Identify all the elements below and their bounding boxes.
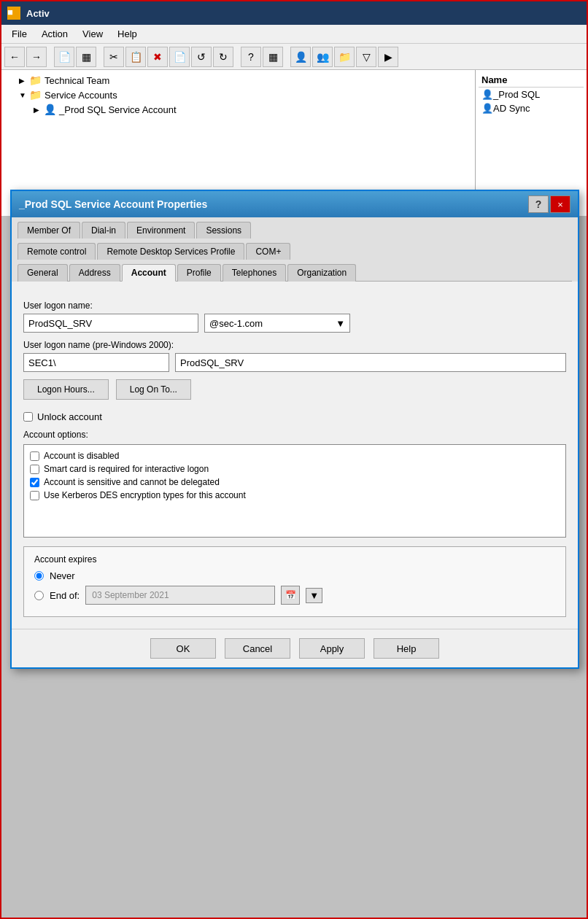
log-on-to-button[interactable]: Log On To... — [116, 379, 191, 400]
pre2000-row — [23, 353, 566, 372]
tab-row-3: General Address Account Profile Telephon… — [18, 260, 572, 282]
user-icon-prod-sql: 👤 — [44, 104, 56, 115]
domain-value: @sec-1.com — [209, 318, 263, 329]
expand-service-accounts[interactable]: ▼ — [19, 91, 29, 99]
tab-general[interactable]: General — [18, 264, 68, 282]
tree-item-label: Technical Team — [45, 75, 109, 86]
unlock-account-checkbox[interactable] — [23, 412, 33, 422]
domain-arrow: ▼ — [336, 318, 345, 329]
logon-name-input[interactable] — [23, 314, 198, 333]
app-icon: ■ — [7, 7, 20, 20]
help-footer-button[interactable]: Help — [374, 638, 439, 659]
tab-remote-control[interactable]: Remote control — [18, 243, 96, 260]
unlock-account-label[interactable]: Unlock account — [23, 411, 102, 422]
option-item-disabled[interactable]: Account is disabled — [30, 449, 560, 462]
calendar-arrow[interactable]: ▼ — [306, 588, 322, 603]
option-item-smartcard[interactable]: Smart card is required for interactive l… — [30, 462, 560, 476]
option-item-kerberos[interactable]: Use Kerberos DES encryption types for th… — [30, 489, 560, 502]
apply-button[interactable]: Apply — [299, 638, 365, 659]
account-expires-box: Account expires Never End of: 📅 ▼ — [23, 546, 566, 617]
ok-button[interactable]: OK — [150, 638, 216, 659]
export-button[interactable]: ↻ — [213, 47, 233, 67]
dialog-title: _Prod SQL Service Account Properties — [19, 198, 527, 210]
refresh-button[interactable]: ↺ — [191, 47, 212, 67]
copy-button[interactable]: 📋 — [125, 47, 146, 67]
back-button[interactable]: ← — [4, 47, 25, 67]
never-row: Never — [34, 570, 555, 581]
calendar-button[interactable]: 📅 — [281, 586, 300, 605]
end-of-row: End of: 📅 ▼ — [34, 586, 555, 605]
pre2000-prefix-input[interactable] — [23, 353, 169, 372]
show-hide-button[interactable]: ▦ — [76, 47, 96, 67]
account-options-box[interactable]: Account is disabled Smart card is requir… — [23, 444, 566, 538]
expand-prod-sql[interactable]: ▶ — [34, 106, 44, 114]
opt-kerberos-checkbox[interactable] — [30, 491, 39, 500]
tab-row-1: Member Of Dial-in Environment Sessions — [18, 217, 572, 239]
forward-button[interactable]: → — [26, 47, 47, 67]
end-of-label: End of: — [50, 590, 80, 601]
help-toolbar-button[interactable]: ? — [241, 47, 261, 67]
domain-dropdown[interactable]: @sec-1.com ▼ — [204, 314, 350, 333]
properties-button[interactable]: 📄 — [169, 47, 190, 67]
tree-item-label-sa: Service Accounts — [45, 90, 117, 101]
new-user-button[interactable]: 👤 — [290, 47, 311, 67]
opt-sensitive-checkbox[interactable] — [30, 478, 39, 487]
menu-help[interactable]: Help — [110, 27, 144, 41]
tree-item-prod-sql[interactable]: ▶ 👤 _Prod SQL Service Account — [1, 102, 475, 117]
delegate-button[interactable]: ▦ — [263, 47, 283, 67]
tab-com-plus[interactable]: COM+ — [246, 243, 290, 260]
never-radio[interactable] — [34, 571, 44, 581]
tab-profile[interactable]: Profile — [177, 264, 221, 282]
toolbar: ← → 📄 ▦ ✂ 📋 ✖ 📄 ↺ ↻ ? ▦ 👤 👥 📁 ▽ ▶ — [1, 44, 587, 70]
menu-view[interactable]: View — [75, 27, 110, 41]
tab-telephones[interactable]: Telephones — [223, 264, 286, 282]
menu-file[interactable]: File — [4, 27, 34, 41]
tab-rdsp[interactable]: Remote Desktop Services Profile — [97, 243, 244, 260]
right-panel-icon-2: 👤 — [481, 103, 493, 114]
right-panel-item-prod-sql[interactable]: 👤 _Prod SQL — [479, 88, 584, 101]
tab-sessions[interactable]: Sessions — [196, 222, 251, 239]
expand-technical-team[interactable]: ▶ — [19, 77, 29, 85]
cut-button[interactable]: ✂ — [104, 47, 124, 67]
tab-organization[interactable]: Organization — [287, 264, 356, 282]
logon-name-row: @sec-1.com ▼ — [23, 314, 566, 333]
logon-buttons: Logon Hours... Log On To... — [23, 379, 566, 400]
right-panel-item-adsync[interactable]: 👤 AD Sync — [479, 101, 584, 115]
option-item-sensitive[interactable]: Account is sensitive and cannot be deleg… — [30, 476, 560, 489]
menu-bar: File Action View Help — [1, 25, 587, 44]
tab-dial-in[interactable]: Dial-in — [82, 222, 125, 239]
tree-item-service-accounts[interactable]: ▼ 📁 Service Accounts — [1, 88, 475, 102]
app-title: Activ — [26, 8, 50, 19]
opt-disabled-label: Account is disabled — [44, 451, 119, 461]
unlock-account-text: Unlock account — [37, 411, 102, 422]
menu-action[interactable]: Action — [34, 27, 75, 41]
new-group-button[interactable]: 👥 — [312, 47, 333, 67]
never-label: Never — [50, 570, 75, 581]
up-button[interactable]: 📄 — [54, 47, 74, 67]
right-panel-label-1: _Prod SQL — [493, 89, 540, 100]
opt-disabled-checkbox[interactable] — [30, 451, 39, 461]
tree-item-technical-team[interactable]: ▶ 📁 Technical Team — [1, 73, 475, 88]
dialog-help-button[interactable]: ? — [528, 195, 549, 213]
dialog-footer: OK Cancel Apply Help — [12, 629, 578, 667]
logon-hours-button[interactable]: Logon Hours... — [23, 379, 109, 400]
tab-address[interactable]: Address — [69, 264, 120, 282]
folder-icon: 📁 — [29, 74, 42, 86]
account-options-label: Account options: — [23, 430, 566, 440]
find-button[interactable]: ▶ — [378, 47, 398, 67]
filter-button[interactable]: ▽ — [356, 47, 376, 67]
date-input[interactable] — [85, 586, 275, 605]
end-of-radio[interactable] — [34, 591, 44, 600]
opt-smartcard-label: Smart card is required for interactive l… — [44, 464, 209, 474]
tab-account[interactable]: Account — [122, 264, 176, 282]
tab-member-of[interactable]: Member Of — [18, 222, 80, 239]
dialog-close-button[interactable]: × — [550, 195, 570, 213]
pre2000-value-input[interactable] — [175, 353, 566, 372]
cancel-button[interactable]: Cancel — [225, 638, 290, 659]
properties-dialog: _Prod SQL Service Account Properties ? ×… — [10, 190, 579, 669]
opt-smartcard-checkbox[interactable] — [30, 465, 39, 474]
delete-button[interactable]: ✖ — [147, 47, 168, 67]
tab-row-2: Remote control Remote Desktop Services P… — [18, 239, 572, 260]
tab-environment[interactable]: Environment — [127, 222, 195, 239]
new-ou-button[interactable]: 📁 — [334, 47, 355, 67]
